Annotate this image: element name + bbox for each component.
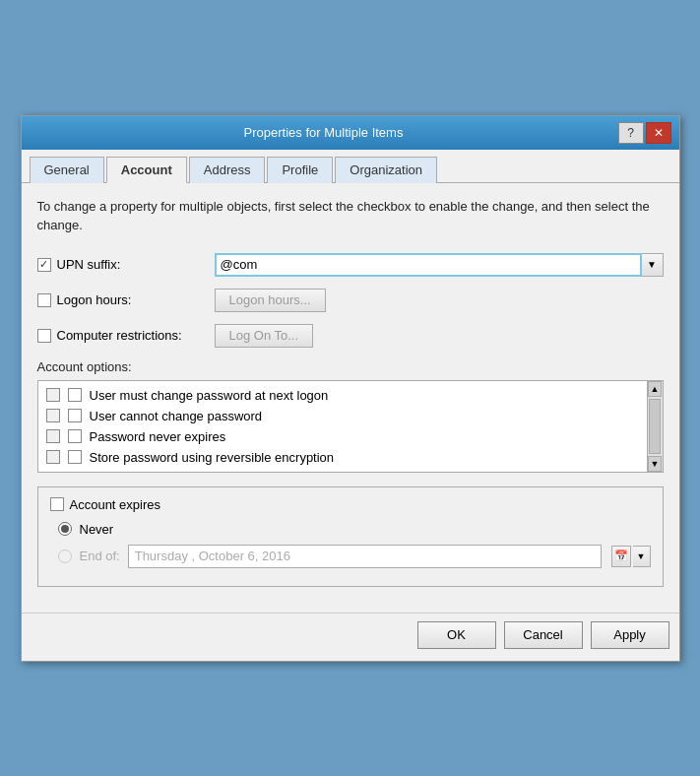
tab-bar: General Account Address Profile Organiza…: [22, 150, 679, 183]
option-inner-checkbox-2[interactable]: [68, 409, 82, 422]
option-outer-checkbox-4[interactable]: [46, 450, 60, 464]
logon-hours-checkbox[interactable]: [37, 293, 51, 307]
title-bar: Properties for Multiple Items ? ✕: [22, 116, 679, 150]
account-options-scrollbar: ▲ ▼: [647, 381, 663, 472]
account-options-box: User must change password at next logon …: [37, 380, 664, 473]
list-item: Store password using reversible encrypti…: [38, 447, 663, 468]
tab-address[interactable]: Address: [189, 157, 266, 183]
account-options-label: Account options:: [37, 359, 664, 374]
upn-suffix-control: ▼: [215, 253, 664, 277]
account-expires-section: Account expires Never End of: Thursday ,…: [37, 486, 664, 587]
tab-general[interactable]: General: [30, 157, 104, 183]
tab-account[interactable]: Account: [106, 157, 187, 183]
upn-suffix-checkbox[interactable]: [37, 258, 51, 272]
computer-restrictions-row: Computer restrictions: Log On To...: [37, 324, 664, 348]
tab-organization[interactable]: Organization: [335, 157, 437, 183]
option-outer-checkbox-1[interactable]: [46, 388, 60, 402]
title-bar-buttons: ? ✕: [618, 122, 671, 144]
log-on-to-button[interactable]: Log On To...: [215, 324, 314, 348]
calendar-dropdown-button[interactable]: ▼: [633, 546, 651, 567]
help-button[interactable]: ?: [618, 122, 644, 144]
account-options-list: User must change password at next logon …: [38, 381, 663, 472]
scroll-down-button[interactable]: ▼: [648, 456, 662, 472]
scroll-up-button[interactable]: ▲: [648, 381, 662, 397]
upn-suffix-label: UPN suffix:: [37, 257, 215, 272]
cancel-button[interactable]: Cancel: [504, 621, 583, 649]
option-inner-checkbox-4[interactable]: [68, 450, 82, 464]
main-window: Properties for Multiple Items ? ✕ Genera…: [21, 115, 680, 662]
account-expires-title: Account expires: [50, 497, 651, 512]
upn-suffix-dropdown-button[interactable]: ▼: [642, 253, 664, 277]
list-item: User cannot change password: [38, 406, 663, 426]
computer-restrictions-label: Computer restrictions:: [37, 328, 215, 343]
never-radio-button[interactable]: [58, 522, 72, 536]
account-expires-checkbox[interactable]: [50, 497, 64, 511]
date-picker-button: 📅 ▼: [611, 546, 651, 567]
logon-hours-row: Logon hours: Logon hours...: [37, 289, 664, 312]
computer-restrictions-checkbox[interactable]: [37, 329, 51, 343]
dialog-button-row: OK Cancel Apply: [22, 613, 679, 661]
option-inner-checkbox-1[interactable]: [68, 388, 82, 402]
upn-suffix-input[interactable]: [215, 253, 642, 277]
tab-profile[interactable]: Profile: [267, 157, 333, 183]
tab-content: To change a property for multiple object…: [22, 183, 679, 613]
end-of-radio-row: End of: Thursday , October 6, 2016 📅 ▼: [58, 545, 651, 568]
option-inner-checkbox-3[interactable]: [68, 429, 82, 443]
never-radio-row: Never: [58, 522, 651, 537]
option-outer-checkbox-2[interactable]: [46, 409, 60, 422]
end-of-radio-button[interactable]: [58, 550, 72, 563]
ok-button[interactable]: OK: [417, 621, 496, 649]
calendar-icon[interactable]: 📅: [611, 546, 631, 567]
apply-button[interactable]: Apply: [591, 621, 669, 649]
scroll-thumb[interactable]: [649, 399, 661, 454]
logon-hours-button[interactable]: Logon hours...: [215, 289, 326, 312]
list-item: Password never expires: [38, 426, 663, 447]
date-field: Thursday , October 6, 2016: [128, 545, 602, 568]
logon-hours-label: Logon hours:: [37, 292, 215, 307]
description-text: To change a property for multiple object…: [37, 197, 664, 235]
option-outer-checkbox-3[interactable]: [46, 429, 60, 443]
list-item: User must change password at next logon: [38, 385, 663, 406]
window-title: Properties for Multiple Items: [30, 125, 618, 140]
close-button[interactable]: ✕: [646, 122, 671, 144]
upn-suffix-row: UPN suffix: ▼: [37, 253, 664, 277]
